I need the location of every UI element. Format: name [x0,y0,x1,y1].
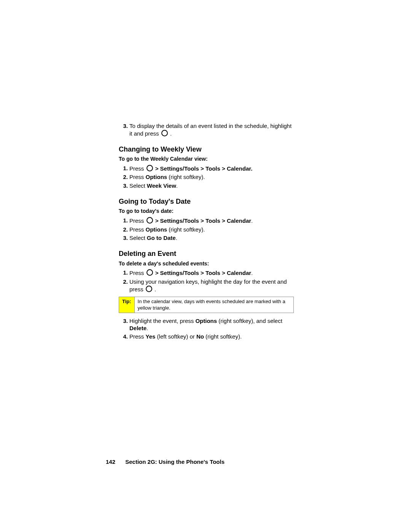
text: (right softkey). [204,333,242,340]
ok-key-icon [147,269,153,276]
today-steps: 1. Press > Settings/Tools > Tools > Cale… [119,217,294,242]
text: Press [129,270,146,276]
delete-steps-a: 1. Press > Settings/Tools > Tools > Cale… [119,269,294,293]
bold-text: Options [195,318,217,324]
page-footer: 142 Section 2G: Using the Phone's Tools [106,459,225,465]
step-number: 3. [119,318,128,325]
text: (right softkey), and select [217,318,282,324]
section-label: Section 2G: Using the Phone's Tools [125,459,225,465]
manual-page: 3. To display the details of an event li… [0,0,411,532]
step-number: 3. [119,235,128,242]
bold-text: Yes [146,333,156,340]
text: Select [129,182,147,189]
text: Press [129,165,146,172]
text: . [153,286,156,292]
step-number: 3. [119,182,128,190]
weekly-step-3: 3. Select Week View. [119,182,294,190]
text: Press [129,333,146,340]
text: (right softkey). [167,226,205,233]
subhead-today: To go to today's date: [119,208,294,215]
delete-step-2: 2. Using your navigation keys, highlight… [119,278,294,293]
step-number: 1. [119,217,128,224]
text: . [176,182,178,189]
heading-deleting-event: Deleting an Event [119,249,294,258]
heading-weekly-view: Changing to Weekly View [119,145,294,154]
page-content: 3. To display the details of an event li… [119,123,294,340]
bold-text: > Settings/Tools > Tools > Calendar [154,217,252,224]
bold-text: > Settings/Tools > Tools > Calendar. [154,165,253,172]
intro-step-3: 3. To display the details of an event li… [119,123,294,137]
bold-text: Week View [147,182,176,189]
heading-todays-date: Going to Today's Date [119,197,294,206]
delete-step-3: 3. Highlight the event, press Options (r… [119,318,294,332]
tip-label: Tip: [119,297,135,313]
step-number: 3. [119,123,128,130]
ok-key-icon [161,130,168,136]
ok-key-icon [147,165,153,171]
step-number: 4. [119,333,128,340]
bold-text: > Settings/Tools > Tools > Calendar [154,270,252,276]
step-number: 2. [119,226,128,233]
bold-text: Go to Date [147,235,176,241]
subhead-weekly: To go to the Weekly Calendar view: [119,156,294,163]
ok-key-icon [147,217,153,224]
text: Press [129,217,146,224]
text: (right softkey). [167,174,205,180]
text: To display the details of an event liste… [129,123,292,137]
page-number: 142 [106,459,115,465]
bold-text: Options [146,174,167,180]
tip-text: In the calendar view, days with events s… [135,297,293,313]
step-number: 2. [119,174,128,181]
text: . [176,235,177,241]
weekly-step-1: 1. Press > Settings/Tools > Tools > Cale… [119,165,294,173]
text: Highlight the event, press [129,318,195,324]
text: . [147,325,148,331]
intro-steps: 3. To display the details of an event li… [119,123,294,137]
step-number: 2. [119,278,128,286]
text: Press [129,174,146,180]
bold-text: No [196,333,204,340]
text: Press [129,226,146,233]
text: (left softkey) or [155,333,196,340]
today-step-1: 1. Press > Settings/Tools > Tools > Cale… [119,217,294,225]
text: Select [129,235,147,241]
text: . [251,270,253,276]
bold-text: Options [146,226,167,233]
today-step-3: 3. Select Go to Date. [119,235,294,242]
text: . [169,130,172,137]
step-number: 1. [119,165,128,172]
delete-step-4: 4. Press Yes (left softkey) or No (right… [119,333,294,340]
delete-steps-b: 3. Highlight the event, press Options (r… [119,318,294,340]
bold-text: Delete [129,325,147,331]
today-step-2: 2. Press Options (right softkey). [119,226,294,233]
text: . [251,217,253,224]
step-number: 1. [119,269,128,276]
weekly-steps: 1. Press > Settings/Tools > Tools > Cale… [119,165,294,190]
ok-key-icon [146,286,152,292]
weekly-step-2: 2. Press Options (right softkey). [119,174,294,181]
subhead-delete: To delete a day's scheduled events: [119,260,294,267]
tip-box: Tip: In the calendar view, days with eve… [119,297,294,313]
delete-step-1: 1. Press > Settings/Tools > Tools > Cale… [119,269,294,277]
